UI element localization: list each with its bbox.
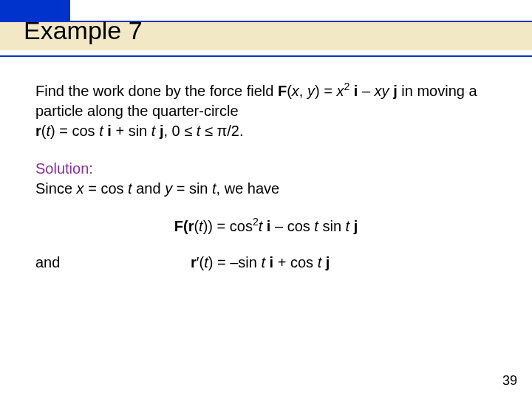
problem-statement: Find the work done by the force field F(… — [35, 81, 497, 141]
text: and — [132, 180, 165, 197]
unit-i: i — [349, 83, 358, 99]
solution-label: Solution: — [35, 160, 93, 177]
unit-j: j — [349, 218, 358, 234]
vector-F: F — [174, 218, 183, 234]
text: (t) = –sin — [200, 254, 262, 270]
header-rule-bottom — [0, 55, 532, 57]
var-y: y — [165, 180, 172, 197]
unit-i: i — [265, 254, 273, 270]
and-label: and — [35, 253, 183, 273]
text: (t) = cos — [41, 123, 99, 139]
unit-j: j — [389, 83, 398, 99]
text: – cos — [270, 218, 314, 234]
var-x: x — [336, 83, 344, 99]
text: = sin — [172, 180, 212, 197]
equation-F-of-r: F(r(t)) = cos2t i – cos t sin t j — [35, 216, 497, 236]
text: sin — [318, 218, 346, 234]
unit-j: j — [155, 123, 163, 139]
text: , we have — [216, 180, 280, 197]
text: Since — [35, 180, 77, 197]
var-x: x — [77, 180, 84, 197]
page-number: 39 — [502, 373, 517, 389]
sup-2: 2 — [253, 216, 259, 228]
unit-i: i — [103, 123, 112, 139]
minus: – — [358, 83, 374, 99]
slide-body: Find the work done by the force field F(… — [0, 58, 532, 273]
slide-header: Example 7 — [0, 0, 532, 58]
text: = cos — [84, 180, 128, 197]
slide-title: Example 7 — [24, 16, 143, 45]
paren: ( — [183, 218, 188, 234]
vector-r: r — [191, 254, 197, 270]
text: (t)) = cos — [194, 218, 252, 234]
domain-text: , 0 ≤ t ≤ π/2. — [163, 123, 243, 139]
text: + cos — [273, 254, 317, 270]
equation-r-prime: r′(t) = –sin t i + cos t j — [183, 253, 497, 273]
text: + sin — [112, 123, 151, 139]
vector-r: r — [35, 123, 41, 139]
unit-i: i — [262, 218, 270, 234]
equation-r-prime-row: and r′(t) = –sin t i + cos t j — [35, 253, 497, 273]
var-xy: xy — [375, 83, 389, 99]
text: Find the work done by the force field — [35, 83, 278, 99]
vector-F: F — [278, 83, 287, 99]
unit-j: j — [321, 254, 330, 270]
solution-intro: Solution: Since x = cos t and y = sin t,… — [35, 159, 497, 199]
slide: Example 7 Find the work done by the forc… — [0, 0, 532, 399]
text: (x, y) = — [287, 83, 336, 99]
